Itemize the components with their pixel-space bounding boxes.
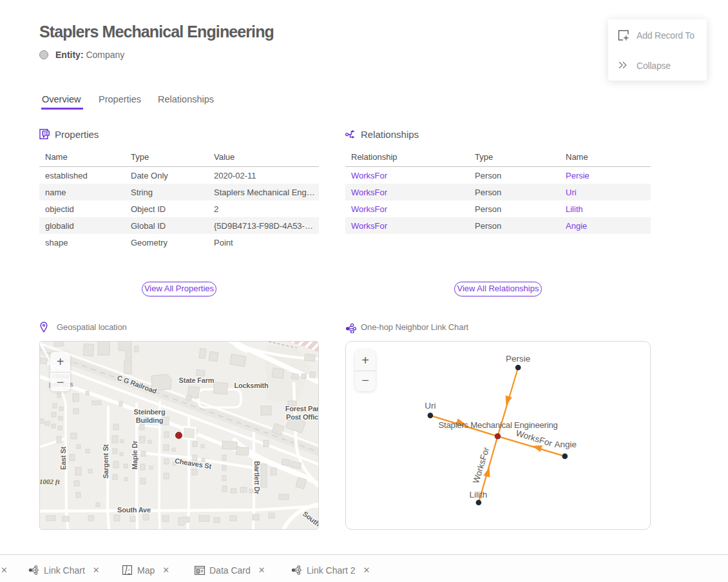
svg-text:East St: East St <box>59 447 67 470</box>
svg-text:WorksFor: WorksFor <box>515 428 554 449</box>
svg-text:Lilith: Lilith <box>469 490 487 500</box>
svg-text:Maple Dr: Maple Dr <box>131 440 139 470</box>
svg-text:Sargent St: Sargent St <box>102 444 110 479</box>
svg-text:Bartlett Dr: Bartlett Dr <box>253 461 261 495</box>
svg-text:State Farm: State Farm <box>179 376 215 384</box>
svg-text:Post Offic: Post Offic <box>286 413 318 421</box>
svg-text:WorksFor: WorksFor <box>471 445 492 485</box>
svg-text:Steinberg: Steinberg <box>134 408 166 416</box>
svg-text:South Ave: South Ave <box>117 506 151 514</box>
svg-text:Angie: Angie <box>554 440 577 449</box>
svg-text:Building: Building <box>136 416 163 424</box>
svg-text:Forest Par: Forest Par <box>285 405 318 412</box>
svg-text:Uri: Uri <box>425 401 436 411</box>
svg-text:Persie: Persie <box>506 354 530 364</box>
svg-text:Staplers Mechanical Engineerin: Staplers Mechanical Engineering <box>439 420 558 430</box>
svg-text:Locksmith: Locksmith <box>234 382 269 389</box>
svg-text:1002 ft: 1002 ft <box>40 478 60 485</box>
